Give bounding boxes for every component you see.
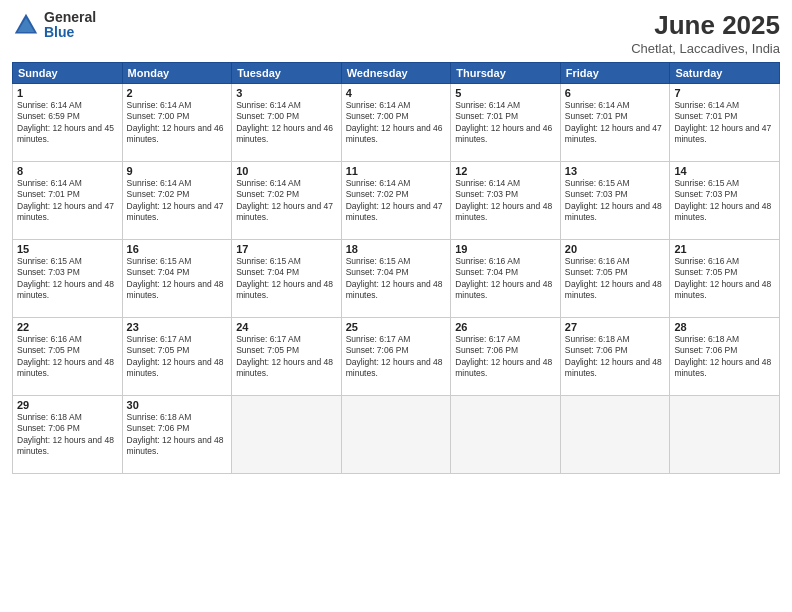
calendar-week-1: 1Sunrise: 6:14 AMSunset: 6:59 PMDaylight… [13, 84, 780, 162]
calendar-day-4: 4Sunrise: 6:14 AMSunset: 7:00 PMDaylight… [341, 84, 451, 162]
logo-icon [12, 11, 40, 39]
weekday-header-monday: Monday [122, 63, 232, 84]
calendar-day-3: 3Sunrise: 6:14 AMSunset: 7:00 PMDaylight… [232, 84, 342, 162]
calendar-day-27: 27Sunrise: 6:18 AMSunset: 7:06 PMDayligh… [560, 318, 670, 396]
calendar-day-25: 25Sunrise: 6:17 AMSunset: 7:06 PMDayligh… [341, 318, 451, 396]
calendar-day-17: 17Sunrise: 6:15 AMSunset: 7:04 PMDayligh… [232, 240, 342, 318]
calendar-day-18: 18Sunrise: 6:15 AMSunset: 7:04 PMDayligh… [341, 240, 451, 318]
logo-blue: Blue [44, 25, 96, 40]
calendar-day-24: 24Sunrise: 6:17 AMSunset: 7:05 PMDayligh… [232, 318, 342, 396]
weekday-header-tuesday: Tuesday [232, 63, 342, 84]
calendar-day-8: 8Sunrise: 6:14 AMSunset: 7:01 PMDaylight… [13, 162, 123, 240]
calendar-table: SundayMondayTuesdayWednesdayThursdayFrid… [12, 62, 780, 474]
calendar-week-4: 22Sunrise: 6:16 AMSunset: 7:05 PMDayligh… [13, 318, 780, 396]
weekday-header-wednesday: Wednesday [341, 63, 451, 84]
logo: General Blue [12, 10, 96, 41]
calendar-day-11: 11Sunrise: 6:14 AMSunset: 7:02 PMDayligh… [341, 162, 451, 240]
calendar-day-10: 10Sunrise: 6:14 AMSunset: 7:02 PMDayligh… [232, 162, 342, 240]
calendar-day-20: 20Sunrise: 6:16 AMSunset: 7:05 PMDayligh… [560, 240, 670, 318]
calendar-day-empty [670, 396, 780, 474]
calendar-day-13: 13Sunrise: 6:15 AMSunset: 7:03 PMDayligh… [560, 162, 670, 240]
calendar-day-2: 2Sunrise: 6:14 AMSunset: 7:00 PMDaylight… [122, 84, 232, 162]
calendar-day-15: 15Sunrise: 6:15 AMSunset: 7:03 PMDayligh… [13, 240, 123, 318]
logo-text: General Blue [44, 10, 96, 41]
weekday-header-row: SundayMondayTuesdayWednesdayThursdayFrid… [13, 63, 780, 84]
calendar-week-5: 29Sunrise: 6:18 AMSunset: 7:06 PMDayligh… [13, 396, 780, 474]
calendar-day-7: 7Sunrise: 6:14 AMSunset: 7:01 PMDaylight… [670, 84, 780, 162]
calendar-day-empty [560, 396, 670, 474]
page-container: General Blue June 2025 Chetlat, Laccadiv… [0, 0, 792, 612]
calendar-subtitle: Chetlat, Laccadives, India [631, 41, 780, 56]
calendar-day-21: 21Sunrise: 6:16 AMSunset: 7:05 PMDayligh… [670, 240, 780, 318]
calendar-day-14: 14Sunrise: 6:15 AMSunset: 7:03 PMDayligh… [670, 162, 780, 240]
calendar-day-28: 28Sunrise: 6:18 AMSunset: 7:06 PMDayligh… [670, 318, 780, 396]
weekday-header-sunday: Sunday [13, 63, 123, 84]
title-block: June 2025 Chetlat, Laccadives, India [631, 10, 780, 56]
calendar-day-29: 29Sunrise: 6:18 AMSunset: 7:06 PMDayligh… [13, 396, 123, 474]
calendar-day-26: 26Sunrise: 6:17 AMSunset: 7:06 PMDayligh… [451, 318, 561, 396]
logo-general: General [44, 10, 96, 25]
calendar-day-23: 23Sunrise: 6:17 AMSunset: 7:05 PMDayligh… [122, 318, 232, 396]
calendar-week-2: 8Sunrise: 6:14 AMSunset: 7:01 PMDaylight… [13, 162, 780, 240]
calendar-week-3: 15Sunrise: 6:15 AMSunset: 7:03 PMDayligh… [13, 240, 780, 318]
calendar-day-19: 19Sunrise: 6:16 AMSunset: 7:04 PMDayligh… [451, 240, 561, 318]
weekday-header-saturday: Saturday [670, 63, 780, 84]
calendar-day-empty [451, 396, 561, 474]
calendar-day-9: 9Sunrise: 6:14 AMSunset: 7:02 PMDaylight… [122, 162, 232, 240]
weekday-header-thursday: Thursday [451, 63, 561, 84]
calendar-day-30: 30Sunrise: 6:18 AMSunset: 7:06 PMDayligh… [122, 396, 232, 474]
calendar-day-5: 5Sunrise: 6:14 AMSunset: 7:01 PMDaylight… [451, 84, 561, 162]
page-header: General Blue June 2025 Chetlat, Laccadiv… [12, 10, 780, 56]
calendar-day-22: 22Sunrise: 6:16 AMSunset: 7:05 PMDayligh… [13, 318, 123, 396]
calendar-title: June 2025 [631, 10, 780, 41]
calendar-day-6: 6Sunrise: 6:14 AMSunset: 7:01 PMDaylight… [560, 84, 670, 162]
weekday-header-friday: Friday [560, 63, 670, 84]
calendar-day-12: 12Sunrise: 6:14 AMSunset: 7:03 PMDayligh… [451, 162, 561, 240]
calendar-day-1: 1Sunrise: 6:14 AMSunset: 6:59 PMDaylight… [13, 84, 123, 162]
calendar-day-empty [232, 396, 342, 474]
calendar-day-16: 16Sunrise: 6:15 AMSunset: 7:04 PMDayligh… [122, 240, 232, 318]
calendar-day-empty [341, 396, 451, 474]
